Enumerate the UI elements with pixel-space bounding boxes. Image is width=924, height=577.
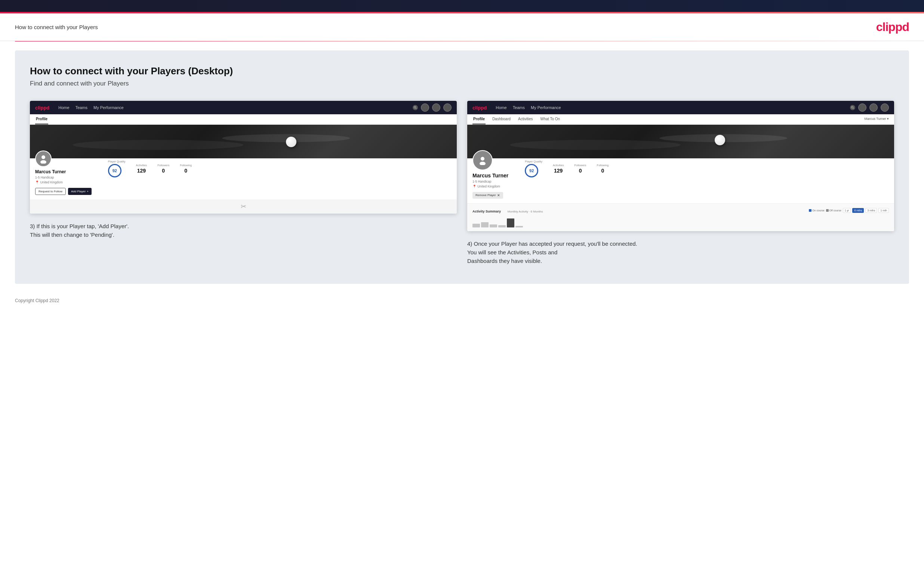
mock-logo-right: clippd — [472, 105, 487, 111]
separator-line — [15, 41, 909, 42]
svg-line-1 — [416, 108, 417, 109]
mock-nav-home-right: Home — [496, 105, 506, 110]
activity-period-right: Monthly Activity · 6 Months — [507, 210, 543, 213]
mock-logo-left: clippd — [35, 105, 49, 111]
mock-tabs-right: Profile Dashboard Activities What To On … — [467, 114, 894, 125]
screenshot-right-mockup: clippd Home Teams My Performance — [467, 101, 894, 231]
footer: Copyright Clippd 2022 — [0, 293, 924, 308]
svg-line-5 — [853, 108, 854, 109]
location-pin-icon-left: 📍 — [35, 181, 39, 184]
activity-title-right: Activity Summary — [472, 210, 501, 213]
header: How to connect with your Players clippd — [0, 13, 924, 41]
marcus-turner-dropdown[interactable]: Marcus Turner ▾ — [864, 114, 889, 124]
period-6mths-btn[interactable]: 6 mths — [852, 208, 864, 213]
tab-profile-right[interactable]: Profile — [472, 114, 486, 124]
chart-area-right — [472, 217, 889, 227]
screenshot-left-mockup: clippd Home Teams My Performance — [30, 101, 457, 214]
following-block-left: Following 0 — [174, 164, 197, 174]
avatar-right — [472, 150, 493, 170]
settings-icon-left — [432, 103, 440, 112]
user-icon-left — [421, 103, 429, 112]
mock-profile-section-left: Marcus Turner 1-5 Handicap 📍 United King… — [30, 158, 457, 200]
main-content: How to connect with your Players (Deskto… — [15, 50, 909, 284]
top-bar — [0, 0, 924, 12]
search-icon-left — [413, 105, 418, 110]
profile-icon-right — [880, 103, 889, 112]
svg-point-4 — [851, 106, 853, 108]
chart-bar-3 — [489, 224, 497, 227]
period-1yr-btn[interactable]: 1 yr — [843, 208, 851, 213]
mock-nav-teams-right: Teams — [513, 105, 525, 110]
period-1mth-btn[interactable]: 1 mth — [879, 208, 889, 213]
chart-bar-1 — [472, 224, 480, 227]
mock-nav-myperformance-left: My Performance — [94, 105, 124, 110]
mock-profile-section-right: Marcus Turner 1-5 Handicap 📍 United King… — [467, 158, 894, 203]
activities-block-right: Activities 129 — [548, 164, 569, 174]
avatar-left — [35, 150, 52, 167]
plus-icon-left: + — [87, 190, 89, 193]
mock-tabs-left: Profile — [30, 114, 457, 125]
close-icon-right: ✕ — [497, 193, 500, 197]
search-icon-right — [850, 105, 855, 110]
activity-controls-right: On course Off course 1 yr 6 mths 3 mths … — [809, 208, 889, 213]
add-player-button-left[interactable]: Add Player + — [68, 188, 92, 195]
player-name-right: Marcus Turner — [472, 172, 508, 179]
player-name-left: Marcus Turner — [35, 169, 92, 174]
svg-point-6 — [481, 157, 485, 161]
settings-icon-right — [869, 103, 878, 112]
chart-bar-5 — [507, 219, 514, 227]
screenshot-right-col: clippd Home Teams My Performance — [467, 101, 894, 265]
request-follow-button-left[interactable]: Request to Follow — [35, 188, 66, 195]
activity-summary-right: Activity Summary Monthly Activity · 6 Mo… — [467, 203, 894, 231]
screenshot-left-col: clippd Home Teams My Performance — [30, 101, 457, 265]
remove-player-button-right[interactable]: Remove Player ✕ — [472, 192, 503, 199]
activities-block-left: Activities 129 — [131, 164, 152, 174]
period-3mths-btn[interactable]: 3 mths — [865, 208, 877, 213]
chart-bar-2 — [481, 222, 489, 227]
svg-point-3 — [40, 160, 46, 164]
hero-overlay-right — [467, 125, 894, 158]
tab-activities-right[interactable]: Activities — [517, 114, 533, 124]
svg-point-2 — [42, 155, 45, 159]
mock-hero-right — [467, 125, 894, 158]
main-subtitle: Find and connect with your Players — [30, 80, 894, 87]
screenshots-row: clippd Home Teams My Performance — [30, 101, 894, 265]
followers-block-right: Followers 0 — [569, 164, 592, 174]
mock-nav-myperformance-right: My Performance — [531, 105, 561, 110]
player-handicap-left: 1-5 Handicap — [35, 175, 92, 180]
quality-circle-right: 92 — [525, 164, 538, 177]
mock-hero-left — [30, 125, 457, 158]
location-pin-icon-right: 📍 — [472, 184, 477, 188]
caption-right: 4) Once your Player has accepted your re… — [467, 239, 894, 266]
tab-whattoon-right[interactable]: What To On — [540, 114, 561, 124]
main-title: How to connect with your Players (Deskto… — [30, 65, 894, 77]
svg-point-7 — [480, 162, 486, 165]
hero-overlay-left — [30, 125, 457, 158]
mock-buttons-right: Remove Player ✕ — [472, 192, 508, 199]
quality-block-right: Player Quality 92 — [520, 160, 548, 177]
followers-block-left: Followers 0 — [152, 164, 174, 174]
scissors-icon-left: ✂ — [30, 200, 457, 214]
player-handicap-right: 1-5 Handicap — [472, 179, 508, 184]
mock-nav-teams-left: Teams — [76, 105, 87, 110]
chart-bar-4 — [498, 225, 506, 227]
mock-nav-icons-right — [850, 103, 889, 112]
golf-ball-left — [286, 137, 296, 147]
mock-nav-icons-left — [413, 103, 452, 112]
mock-buttons-left: Request to Follow Add Player + — [35, 188, 92, 195]
quality-block-left: Player Quality 92 — [103, 160, 131, 177]
profile-icon-left — [443, 103, 452, 112]
quality-circle-left: 92 — [108, 164, 121, 177]
tab-dashboard-right[interactable]: Dashboard — [491, 114, 511, 124]
user-icon-right — [858, 103, 866, 112]
following-block-right: Following 0 — [592, 164, 614, 174]
svg-point-0 — [414, 106, 416, 108]
off-course-dot — [826, 209, 829, 212]
mock-nav-right: clippd Home Teams My Performance — [467, 101, 894, 114]
breadcrumb: How to connect with your Players — [15, 24, 98, 30]
on-course-dot — [809, 209, 811, 212]
legend-off-course: Off course — [826, 209, 842, 212]
mock-nav-home-left: Home — [58, 105, 69, 110]
activity-header-right: Activity Summary Monthly Activity · 6 Mo… — [472, 207, 889, 214]
tab-profile-left[interactable]: Profile — [35, 114, 48, 124]
